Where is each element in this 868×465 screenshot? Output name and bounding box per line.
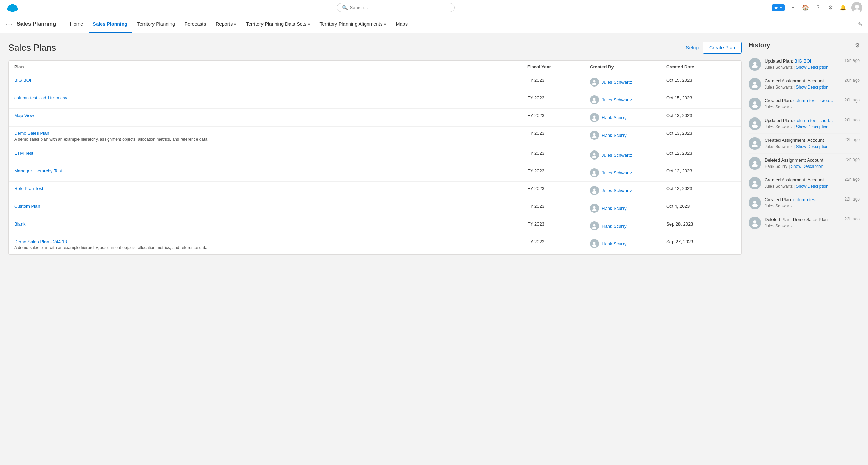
settings-icon[interactable]: ⚙	[826, 3, 835, 12]
svg-point-20	[592, 173, 596, 176]
history-user-0: Jules Schwartz	[765, 65, 793, 70]
history-time-4: 22h ago	[845, 137, 860, 142]
history-show-desc-1[interactable]: Show Description	[796, 85, 828, 90]
plan-name-0[interactable]: BIG BOI	[14, 78, 527, 83]
creator-name-2[interactable]: Hank Scurry	[602, 115, 627, 120]
help-icon[interactable]: ?	[814, 3, 822, 12]
creator-name-5[interactable]: Jules Schwartz	[602, 170, 632, 176]
favorites-button[interactable]: ★ ▼	[772, 4, 785, 11]
history-user-6: Jules Schwartz	[765, 184, 793, 189]
search-input[interactable]	[350, 5, 450, 10]
table-header: Plan Fiscal Year Created By Created Date	[9, 61, 741, 73]
nav-label-home: Home	[70, 21, 83, 27]
svg-point-18	[592, 156, 596, 158]
nav-edit-icon[interactable]: ✎	[858, 21, 862, 27]
history-item: Created Assignment: Account Jules Schwar…	[749, 173, 860, 193]
utility-bar-right: ★ ▼ + 🏠 ? ⚙ 🔔	[772, 2, 862, 13]
salesforce-logo[interactable]	[6, 1, 19, 15]
add-button[interactable]: +	[789, 3, 797, 12]
creator-name-6[interactable]: Jules Schwartz	[602, 188, 632, 193]
history-meta-1: Jules Schwartz | Show Description	[765, 85, 840, 90]
create-plan-button[interactable]: Create Plan	[703, 42, 742, 54]
fiscal-year-cell-4: FY 2023	[527, 150, 590, 156]
creator-cell-7: Hank Scurry	[590, 204, 666, 213]
reports-chevron-icon	[234, 21, 236, 27]
creator-name-7[interactable]: Hank Scurry	[602, 206, 627, 211]
plan-name-7[interactable]: Custom Plan	[14, 204, 527, 209]
nav-item-forecasts[interactable]: Forecasts	[181, 15, 210, 33]
table-row: column test - add from csv FY 2023 Jules…	[9, 91, 741, 109]
nav-item-maps[interactable]: Maps	[392, 15, 412, 33]
bell-icon[interactable]: 🔔	[839, 3, 847, 12]
history-action-4: Created Assignment: Account	[765, 137, 840, 144]
home-icon[interactable]: 🏠	[801, 3, 810, 12]
plan-name-5[interactable]: Manager Hierarchy Test	[14, 168, 527, 173]
nav-item-territory-data-sets[interactable]: Territory Planning Data Sets	[242, 15, 314, 33]
plan-name-6[interactable]: Role Plan Test	[14, 186, 527, 191]
history-avatar-6	[749, 177, 761, 189]
svg-point-44	[752, 204, 758, 207]
history-link-2[interactable]: column test - crea...	[793, 98, 833, 103]
nav-item-reports[interactable]: Reports	[211, 15, 240, 33]
nav-item-territory-planning[interactable]: Territory Planning	[133, 15, 179, 33]
history-action-2: Created Plan: column test - crea...	[765, 98, 840, 104]
history-action-5: Deleted Assignment: Account	[765, 157, 840, 163]
creator-name-3[interactable]: Hank Scurry	[602, 133, 627, 138]
plan-cell-5: Manager Hierarchy Test	[14, 168, 527, 173]
history-link-7[interactable]: column test	[793, 197, 816, 202]
history-header: History ⚙	[749, 42, 860, 49]
history-show-desc-6[interactable]: Show Description	[796, 184, 828, 189]
setup-link[interactable]: Setup	[686, 45, 699, 50]
svg-point-7	[855, 5, 859, 9]
app-launcher-icon[interactable]: ⋯	[6, 20, 12, 28]
nav-label-reports: Reports	[216, 21, 233, 27]
search-bar[interactable]: 🔍	[337, 3, 455, 12]
history-show-desc-0[interactable]: Show Description	[796, 65, 828, 70]
creator-avatar-2	[590, 113, 599, 122]
history-avatar-4	[749, 137, 761, 150]
nav-label-territory-data-sets: Territory Planning Data Sets	[246, 21, 306, 27]
svg-point-23	[593, 206, 596, 209]
creator-name-9[interactable]: Hank Scurry	[602, 241, 627, 246]
history-show-desc-3[interactable]: Show Description	[796, 124, 828, 129]
app-name: Sales Planning	[17, 21, 56, 27]
plan-name-8[interactable]: Blank	[14, 221, 527, 227]
svg-point-21	[593, 188, 596, 191]
nav-item-territory-alignments[interactable]: Territory Planning Alignments	[316, 15, 390, 33]
plan-name-9[interactable]: Demo Sales Plan - 244.18	[14, 239, 527, 244]
plan-name-2[interactable]: Map View	[14, 113, 527, 118]
svg-point-29	[753, 62, 757, 65]
creator-name-0[interactable]: Jules Schwartz	[602, 80, 632, 85]
history-link-3[interactable]: column test - add...	[794, 118, 833, 123]
avatar[interactable]	[851, 2, 862, 13]
creator-cell-1: Jules Schwartz	[590, 95, 666, 104]
creator-name-4[interactable]: Jules Schwartz	[602, 153, 632, 158]
history-item: Created Assignment: Account Jules Schwar…	[749, 74, 860, 94]
history-content-0: Updated Plan: BIG BOI Jules Schwartz | S…	[765, 58, 840, 70]
svg-point-32	[752, 85, 758, 88]
creator-name-8[interactable]: Hank Scurry	[602, 223, 627, 229]
plan-name-1[interactable]: column test - add from csv	[14, 95, 527, 100]
creator-cell-4: Jules Schwartz	[590, 150, 666, 160]
utility-bar-left	[6, 1, 19, 15]
plan-name-3[interactable]: Demo Sales Plan	[14, 131, 527, 136]
creator-avatar-8	[590, 221, 599, 230]
history-show-desc-4[interactable]: Show Description	[796, 144, 828, 149]
history-content-2: Created Plan: column test - crea... Jule…	[765, 98, 840, 109]
nav-item-home[interactable]: Home	[66, 15, 87, 33]
date-cell-6: Oct 12, 2023	[666, 186, 736, 191]
page-header: Sales Plans Setup Create Plan	[8, 42, 742, 54]
history-gear-icon[interactable]: ⚙	[855, 42, 860, 49]
history-user-7: Jules Schwartz	[765, 204, 793, 209]
svg-point-27	[593, 242, 596, 244]
fiscal-year-cell-0: FY 2023	[527, 78, 590, 83]
creator-name-1[interactable]: Jules Schwartz	[602, 97, 632, 103]
svg-point-15	[593, 133, 596, 136]
nav-item-sales-planning[interactable]: Sales Planning	[89, 15, 132, 33]
col-plan: Plan	[14, 64, 527, 70]
history-show-desc-5[interactable]: Show Description	[791, 164, 823, 169]
plan-name-4[interactable]: ETM Test	[14, 150, 527, 156]
star-dropdown-icon: ▼	[779, 6, 783, 9]
col-created-date: Created Date	[666, 64, 736, 70]
history-link-0[interactable]: BIG BOI	[794, 58, 811, 64]
